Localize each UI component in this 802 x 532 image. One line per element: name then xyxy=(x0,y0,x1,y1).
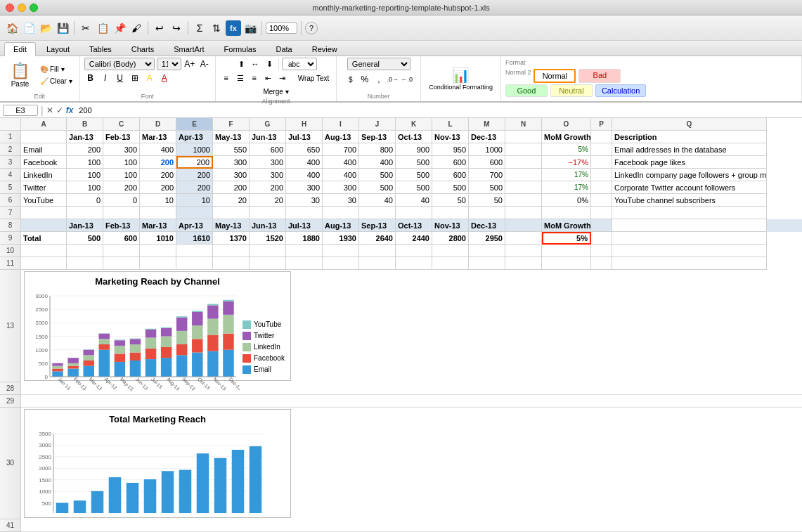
cell-k2[interactable]: 900 xyxy=(396,143,432,156)
cell-f9[interactable]: 1370 xyxy=(213,232,250,245)
percent-button[interactable]: % xyxy=(358,73,371,86)
cell-c1[interactable]: Feb-13 xyxy=(103,131,140,143)
cell-q5[interactable]: Corporate Twitter account followers xyxy=(612,181,767,194)
highlight-button[interactable]: A xyxy=(143,72,156,84)
format-normal-box[interactable]: Normal xyxy=(533,69,576,83)
cell-g6[interactable]: 20 xyxy=(250,194,286,207)
format-painter-icon[interactable]: 🖌 xyxy=(129,20,144,36)
cell-k4[interactable]: 500 xyxy=(396,169,432,181)
tab-review[interactable]: Review xyxy=(303,42,347,56)
format-good-box[interactable]: Good xyxy=(505,84,548,97)
cell-j4[interactable]: 500 xyxy=(359,169,396,181)
cut-icon[interactable]: ✂ xyxy=(78,20,93,36)
col-header-h[interactable]: H xyxy=(286,118,323,131)
cell-b4[interactable]: 100 xyxy=(67,169,103,181)
row-header-5[interactable]: 5 xyxy=(0,181,21,194)
cell-h9[interactable]: 1880 xyxy=(286,232,323,245)
tab-formulas[interactable]: Formulas xyxy=(215,42,266,56)
cell-g4[interactable]: 300 xyxy=(250,169,286,181)
confirm-formula-button[interactable]: ✓ xyxy=(56,105,63,115)
cell-j8[interactable]: Sep-13 xyxy=(359,219,396,232)
cell-i6[interactable]: 30 xyxy=(323,194,359,207)
col-header-e[interactable]: E xyxy=(176,118,213,131)
open-icon[interactable]: 📂 xyxy=(38,20,53,36)
cell-f8[interactable]: May-13 xyxy=(213,219,250,232)
wrap-text-button[interactable]: Wrap Text xyxy=(295,73,332,84)
row-header-2[interactable]: 2 xyxy=(0,143,21,156)
cell-n6[interactable] xyxy=(505,194,542,207)
col-header-k[interactable]: K xyxy=(396,118,432,131)
cell-d6[interactable]: 10 xyxy=(140,194,176,207)
col-header-j[interactable]: J xyxy=(359,118,396,131)
function-icon[interactable]: fx xyxy=(226,20,241,36)
cell-e8[interactable]: Apr-13 xyxy=(176,219,213,232)
cell-p1[interactable] xyxy=(591,131,612,143)
cell-b6[interactable]: 0 xyxy=(67,194,103,207)
cell-l4[interactable]: 600 xyxy=(432,169,469,181)
minimize-button[interactable] xyxy=(18,4,26,12)
cell-a1[interactable] xyxy=(21,131,67,143)
cell-m9[interactable]: 2950 xyxy=(469,232,505,245)
align-center-button[interactable]: ☰ xyxy=(234,72,247,84)
cell-f4[interactable]: 300 xyxy=(213,169,250,181)
cell-d9[interactable]: 1010 xyxy=(140,232,176,245)
cell-m2[interactable]: 1000 xyxy=(469,143,505,156)
save-icon[interactable]: 💾 xyxy=(55,20,70,36)
font-color-button[interactable]: A xyxy=(158,72,171,84)
tab-tables[interactable]: Tables xyxy=(80,42,121,56)
tab-edit[interactable]: Edit xyxy=(4,42,36,56)
cell-c9[interactable]: 600 xyxy=(103,232,140,245)
sum-icon[interactable]: Σ xyxy=(192,20,207,36)
cell-o6[interactable]: 0% xyxy=(542,194,591,207)
cell-b2[interactable]: 200 xyxy=(67,143,103,156)
cell-g5[interactable]: 200 xyxy=(250,181,286,194)
cell-a6[interactable]: YouTube xyxy=(21,194,67,207)
cell-j3[interactable]: 400 xyxy=(359,156,396,169)
cell-d4[interactable]: 200 xyxy=(140,169,176,181)
cell-m4[interactable]: 700 xyxy=(469,169,505,181)
cell-f5[interactable]: 200 xyxy=(213,181,250,194)
cell-p3[interactable] xyxy=(591,156,612,169)
increase-decimal-button[interactable]: .0→ xyxy=(387,73,399,86)
cell-l1[interactable]: Nov-13 xyxy=(432,131,469,143)
cell-q1[interactable]: Description xyxy=(612,131,767,143)
cell-c3[interactable]: 100 xyxy=(103,156,140,169)
camera-icon[interactable]: 📷 xyxy=(242,20,258,36)
cell-f2[interactable]: 550 xyxy=(213,143,250,156)
col-header-n[interactable]: N xyxy=(505,118,542,131)
cell-n9[interactable] xyxy=(505,232,542,245)
cell-q3[interactable]: Facebook page likes xyxy=(612,156,767,169)
cell-l2[interactable]: 950 xyxy=(432,143,469,156)
col-header-o[interactable]: O xyxy=(542,118,591,131)
cell-k5[interactable]: 500 xyxy=(396,181,432,194)
cell-h2[interactable]: 650 xyxy=(286,143,323,156)
cell-i3[interactable]: 400 xyxy=(323,156,359,169)
row-header-3[interactable]: 3 xyxy=(0,156,21,169)
cell-n4[interactable] xyxy=(505,169,542,181)
cell-e6[interactable]: 10 xyxy=(176,194,213,207)
row-header-1[interactable]: 1 xyxy=(0,131,21,143)
cell-g8[interactable]: Jun-13 xyxy=(250,219,286,232)
maximize-button[interactable] xyxy=(30,4,38,12)
cell-o2[interactable]: 5% xyxy=(542,143,591,156)
cell-a5[interactable]: Twitter xyxy=(21,181,67,194)
number-format-select[interactable]: General xyxy=(347,58,410,70)
cell-k3[interactable]: 500 xyxy=(396,156,432,169)
col-header-l[interactable]: L xyxy=(432,118,469,131)
cell-m1[interactable]: Dec-13 xyxy=(469,131,505,143)
cell-i8[interactable]: Aug-13 xyxy=(323,219,359,232)
row-header-7[interactable]: 7 xyxy=(0,207,21,219)
cell-h5[interactable]: 300 xyxy=(286,181,323,194)
tab-layout[interactable]: Layout xyxy=(37,42,79,56)
cell-f6[interactable]: 20 xyxy=(213,194,250,207)
align-left-button[interactable]: ≡ xyxy=(220,72,233,84)
accounting-button[interactable]: $ xyxy=(344,73,357,86)
cell-o4[interactable]: 17% xyxy=(542,169,591,181)
cell-p9[interactable] xyxy=(591,232,612,245)
help-icon[interactable]: ? xyxy=(305,22,318,34)
cell-g3[interactable]: 300 xyxy=(250,156,286,169)
cell-l3[interactable]: 600 xyxy=(432,156,469,169)
cell-n2[interactable] xyxy=(505,143,542,156)
cell-p6[interactable] xyxy=(591,194,612,207)
cell-d3[interactable]: 200 xyxy=(140,156,176,169)
